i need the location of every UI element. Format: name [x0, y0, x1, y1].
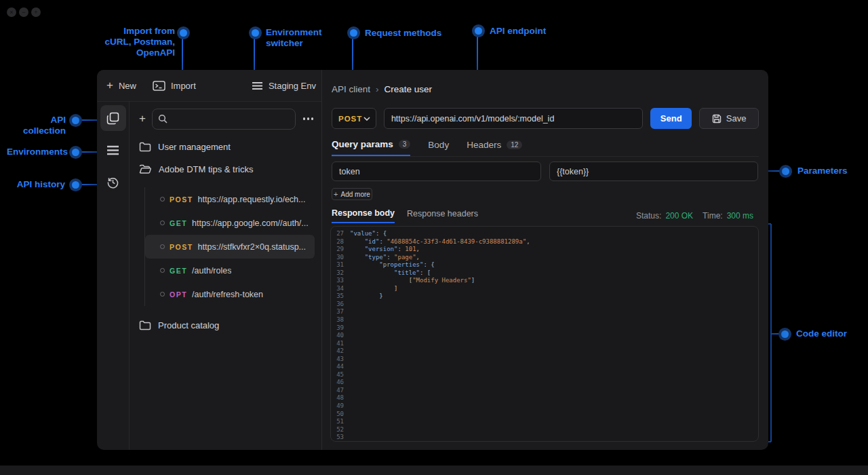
code-line: 29 "version": 101, [331, 246, 758, 254]
line-number: 41 [331, 340, 350, 348]
save-icon [712, 114, 722, 124]
request-url: /auth/roles [192, 266, 231, 276]
request-bullet-icon [160, 244, 165, 249]
tab-label: Body [428, 140, 449, 150]
add-collection-button[interactable]: + [139, 112, 146, 126]
folder-item[interactable]: Adobe DTM tips & tricks [130, 158, 321, 180]
breadcrumb-current: Create user [384, 84, 433, 94]
tab-response-headers[interactable]: Response headers [407, 209, 478, 223]
line-number: 45 [331, 371, 350, 379]
tab-response-body[interactable]: Response body [332, 208, 395, 223]
line-number: 35 [331, 292, 350, 301]
minimize-button[interactable]: − [19, 7, 28, 17]
tab-headers[interactable]: Headers 12 [467, 139, 522, 156]
request-item[interactable]: GET/auth/roles [145, 259, 315, 282]
code-line: 42 [331, 347, 758, 356]
annotation-api-collection: API collection [7, 115, 66, 136]
code-line: 41 [331, 340, 758, 348]
method-select[interactable]: POST [332, 108, 376, 129]
sidebar-item-environments[interactable] [100, 137, 126, 163]
tab-label: Query params [332, 139, 393, 149]
line-number: 47 [331, 387, 350, 395]
left-pane: + New Import [97, 70, 322, 450]
param-value-input[interactable] [549, 162, 758, 181]
folder-item[interactable]: User management [130, 136, 321, 158]
query-param-row [332, 162, 759, 181]
time-value: 300 ms [727, 211, 753, 221]
request-item[interactable]: POSThttps://app.requestly.io/ech... [145, 187, 315, 211]
annotation-code-editor: Code editor [796, 328, 847, 339]
bottom-strip [0, 466, 868, 475]
tab-body[interactable]: Body [428, 139, 449, 156]
line-number: 52 [331, 426, 350, 434]
line-number: 40 [331, 332, 350, 340]
request-item[interactable]: GEThttps://app.google.com//auth/... [145, 211, 315, 235]
collection-tree: User managementAdobe DTM tips & tricksPO… [130, 136, 321, 337]
folder-label: Adobe DTM tips & tricks [159, 164, 253, 174]
response-header: Response body Response headers Status: 2… [332, 208, 759, 223]
send-button[interactable]: Send [650, 108, 692, 129]
folder-label: User management [158, 142, 231, 152]
annotation-dot [72, 181, 79, 189]
save-button[interactable]: Save [699, 108, 759, 129]
url-input[interactable] [384, 108, 643, 129]
api-client-window: + New Import [97, 70, 768, 450]
line-number: 43 [331, 356, 350, 364]
line-number: 50 [331, 411, 350, 419]
main-pane: API client › Create user POST Send [322, 70, 768, 450]
chevron-down-icon [363, 117, 370, 121]
request-url: https://stfkvfxr2×0q.statusp... [198, 242, 306, 252]
save-button-label: Save [726, 113, 747, 124]
breadcrumb-parent[interactable]: API client [332, 84, 370, 94]
sidebar-rail [97, 102, 130, 450]
close-button[interactable]: × [7, 7, 16, 17]
annotation-import: Import from cURL, Postman, OpenAPI [95, 26, 175, 58]
sidebar-item-api-collection[interactable] [100, 105, 126, 131]
annotation-environments: Environments [7, 147, 66, 157]
request-item[interactable]: POSThttps://stfkvfxr2×0q.statusp... [145, 235, 315, 259]
code-editor[interactable]: 27"value": {28 "id": "4688854c-33f3-4d61… [330, 226, 759, 442]
code-line: 40 [331, 332, 758, 340]
sidebar-item-api-history[interactable] [100, 169, 126, 195]
history-icon [106, 176, 119, 189]
code-line: 48 [331, 394, 758, 402]
code-line: 46 [331, 379, 758, 387]
annotation-request-methods: Request methods [365, 28, 441, 39]
request-url: /auth/refresh-token [192, 290, 263, 299]
stacked-lines-icon [252, 81, 263, 90]
add-more-button[interactable]: + Add more [332, 188, 372, 200]
annotation-dot [72, 117, 79, 124]
tab-badge: 3 [399, 140, 411, 149]
folder-item[interactable]: Product catalog [130, 314, 321, 337]
connector-line [771, 333, 781, 335]
environment-switcher[interactable]: Staging Env [252, 81, 316, 91]
request-bullet-icon [160, 197, 165, 202]
line-number: 44 [331, 363, 350, 371]
zoom-button[interactable]: + [31, 7, 41, 17]
tab-query-params[interactable]: Query params 3 [332, 139, 410, 156]
tab-badge: 12 [507, 140, 522, 149]
code-line: 38 [331, 316, 758, 324]
terminal-icon [153, 81, 165, 91]
search-input[interactable] [152, 109, 296, 130]
line-number: 39 [331, 324, 350, 332]
param-key-input[interactable] [332, 162, 541, 181]
new-button-label: New [119, 81, 136, 91]
time-label: Time: [703, 211, 723, 221]
request-bullet-icon [160, 268, 165, 273]
line-number: 32 [331, 269, 350, 278]
new-button[interactable]: + New [106, 79, 136, 92]
status-label: Status: [636, 211, 661, 221]
code-line: 35 } [331, 292, 758, 301]
request-method: GET [170, 219, 187, 227]
search-icon [158, 114, 167, 124]
annotation-dot [782, 168, 789, 175]
breadcrumb: API client › Create user [332, 82, 759, 96]
import-button[interactable]: Import [153, 81, 196, 91]
request-method: POST [170, 243, 193, 251]
code-line: 37 [331, 308, 758, 316]
request-tabs: Query params 3 Body Headers 12 [332, 139, 759, 157]
request-method: OPT [170, 290, 187, 299]
request-item[interactable]: OPT/auth/refresh-token [145, 282, 315, 306]
more-options-icon[interactable] [302, 115, 315, 123]
